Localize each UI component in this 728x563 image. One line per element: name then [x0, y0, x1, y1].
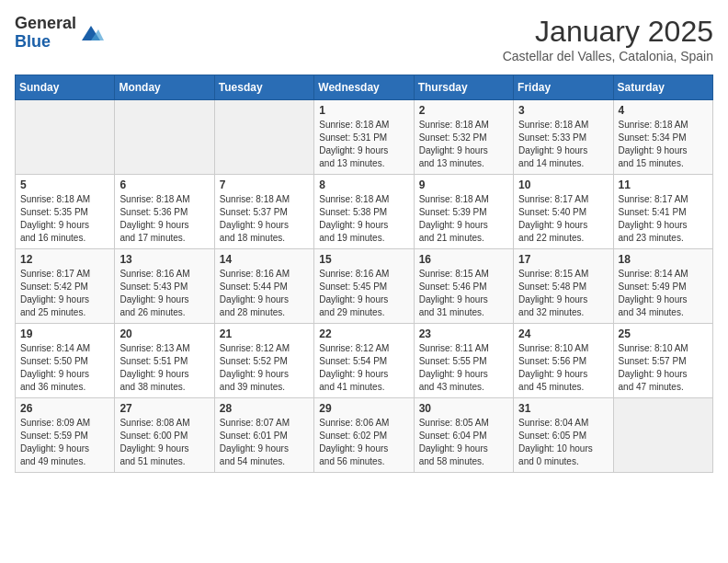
day-number: 24: [518, 327, 608, 340]
day-info: Sunrise: 8:17 AM Sunset: 5:40 PM Dayligh…: [518, 193, 608, 245]
day-info: Sunrise: 8:18 AM Sunset: 5:38 PM Dayligh…: [319, 193, 408, 245]
weekday-header-saturday: Saturday: [613, 75, 712, 100]
day-number: 18: [619, 253, 708, 266]
day-info: Sunrise: 8:12 AM Sunset: 5:54 PM Dayligh…: [319, 342, 408, 394]
calendar-cell: 28Sunrise: 8:07 AM Sunset: 6:01 PM Dayli…: [214, 398, 313, 473]
calendar-table: SundayMondayTuesdayWednesdayThursdayFrid…: [15, 75, 713, 473]
day-info: Sunrise: 8:18 AM Sunset: 5:37 PM Dayligh…: [220, 193, 309, 245]
week-row-5: 26Sunrise: 8:09 AM Sunset: 5:59 PM Dayli…: [16, 398, 713, 473]
day-info: Sunrise: 8:17 AM Sunset: 5:41 PM Dayligh…: [619, 193, 708, 245]
location-title: Castellar del Valles, Catalonia, Spain: [503, 49, 713, 63]
calendar-cell: 3Sunrise: 8:18 AM Sunset: 5:33 PM Daylig…: [514, 100, 613, 175]
day-number: 21: [220, 327, 309, 340]
day-info: Sunrise: 8:17 AM Sunset: 5:42 PM Dayligh…: [20, 268, 109, 319]
day-number: 11: [619, 178, 708, 191]
day-number: 10: [518, 178, 608, 191]
calendar-cell: 24Sunrise: 8:10 AM Sunset: 5:56 PM Dayli…: [514, 324, 613, 398]
calendar-cell: 10Sunrise: 8:17 AM Sunset: 5:40 PM Dayli…: [514, 175, 613, 249]
day-info: Sunrise: 8:15 AM Sunset: 5:46 PM Dayligh…: [419, 268, 508, 319]
day-info: Sunrise: 8:18 AM Sunset: 5:39 PM Dayligh…: [419, 193, 508, 245]
calendar-cell: 17Sunrise: 8:15 AM Sunset: 5:48 PM Dayli…: [514, 249, 613, 324]
day-info: Sunrise: 8:07 AM Sunset: 6:01 PM Dayligh…: [220, 417, 309, 468]
day-number: 8: [319, 178, 408, 191]
weekday-header-sunday: Sunday: [16, 75, 115, 100]
day-number: 5: [20, 178, 109, 191]
day-number: 7: [220, 178, 309, 191]
calendar-cell: [115, 100, 214, 175]
calendar-cell: [16, 100, 115, 175]
day-number: 13: [119, 253, 209, 266]
day-info: Sunrise: 8:16 AM Sunset: 5:43 PM Dayligh…: [119, 268, 209, 319]
calendar-cell: 19Sunrise: 8:14 AM Sunset: 5:50 PM Dayli…: [16, 324, 115, 398]
day-info: Sunrise: 8:12 AM Sunset: 5:52 PM Dayligh…: [220, 342, 309, 394]
day-info: Sunrise: 8:18 AM Sunset: 5:33 PM Dayligh…: [518, 119, 608, 170]
day-number: 26: [20, 402, 109, 415]
day-number: 16: [419, 253, 508, 266]
day-number: 29: [319, 402, 408, 415]
logo: General Blue: [15, 15, 104, 52]
day-info: Sunrise: 8:18 AM Sunset: 5:31 PM Dayligh…: [319, 119, 408, 170]
weekday-header-monday: Monday: [115, 75, 214, 100]
day-info: Sunrise: 8:18 AM Sunset: 5:34 PM Dayligh…: [619, 119, 708, 170]
weekday-header-tuesday: Tuesday: [214, 75, 313, 100]
calendar-cell: 14Sunrise: 8:16 AM Sunset: 5:44 PM Dayli…: [214, 249, 313, 324]
week-row-1: 1Sunrise: 8:18 AM Sunset: 5:31 PM Daylig…: [16, 100, 713, 175]
day-info: Sunrise: 8:16 AM Sunset: 5:45 PM Dayligh…: [319, 268, 408, 319]
calendar-cell: 1Sunrise: 8:18 AM Sunset: 5:31 PM Daylig…: [314, 100, 414, 175]
day-number: 23: [419, 327, 508, 340]
calendar-cell: 7Sunrise: 8:18 AM Sunset: 5:37 PM Daylig…: [214, 175, 313, 249]
day-info: Sunrise: 8:14 AM Sunset: 5:50 PM Dayligh…: [20, 342, 109, 394]
weekday-header-row: SundayMondayTuesdayWednesdayThursdayFrid…: [16, 75, 713, 100]
calendar-cell: 4Sunrise: 8:18 AM Sunset: 5:34 PM Daylig…: [613, 100, 712, 175]
calendar-cell: 2Sunrise: 8:18 AM Sunset: 5:32 PM Daylig…: [414, 100, 513, 175]
day-info: Sunrise: 8:06 AM Sunset: 6:02 PM Dayligh…: [319, 417, 408, 468]
logo-blue: Blue: [15, 33, 76, 52]
calendar-cell: 22Sunrise: 8:12 AM Sunset: 5:54 PM Dayli…: [314, 324, 414, 398]
calendar-cell: 12Sunrise: 8:17 AM Sunset: 5:42 PM Dayli…: [16, 249, 115, 324]
day-info: Sunrise: 8:11 AM Sunset: 5:55 PM Dayligh…: [419, 342, 508, 394]
day-number: 15: [319, 253, 408, 266]
day-info: Sunrise: 8:13 AM Sunset: 5:51 PM Dayligh…: [119, 342, 209, 394]
day-number: 6: [119, 178, 209, 191]
day-info: Sunrise: 8:18 AM Sunset: 5:32 PM Dayligh…: [419, 119, 508, 170]
calendar-cell: 30Sunrise: 8:05 AM Sunset: 6:04 PM Dayli…: [414, 398, 513, 473]
day-number: 4: [619, 104, 708, 117]
logo-icon: [78, 20, 104, 46]
calendar-cell: 20Sunrise: 8:13 AM Sunset: 5:51 PM Dayli…: [115, 324, 214, 398]
calendar-cell: 27Sunrise: 8:08 AM Sunset: 6:00 PM Dayli…: [115, 398, 214, 473]
week-row-2: 5Sunrise: 8:18 AM Sunset: 5:35 PM Daylig…: [16, 175, 713, 249]
day-info: Sunrise: 8:10 AM Sunset: 5:57 PM Dayligh…: [619, 342, 708, 394]
week-row-4: 19Sunrise: 8:14 AM Sunset: 5:50 PM Dayli…: [16, 324, 713, 398]
calendar-cell: 16Sunrise: 8:15 AM Sunset: 5:46 PM Dayli…: [414, 249, 513, 324]
day-info: Sunrise: 8:08 AM Sunset: 6:00 PM Dayligh…: [119, 417, 209, 468]
day-number: 20: [119, 327, 209, 340]
day-number: 30: [419, 402, 508, 415]
day-number: 22: [319, 327, 408, 340]
calendar-cell: 11Sunrise: 8:17 AM Sunset: 5:41 PM Dayli…: [613, 175, 712, 249]
calendar-cell: 6Sunrise: 8:18 AM Sunset: 5:36 PM Daylig…: [115, 175, 214, 249]
day-number: 2: [419, 104, 508, 117]
week-row-3: 12Sunrise: 8:17 AM Sunset: 5:42 PM Dayli…: [16, 249, 713, 324]
weekday-header-wednesday: Wednesday: [314, 75, 414, 100]
day-number: 9: [419, 178, 508, 191]
calendar-cell: [214, 100, 313, 175]
day-info: Sunrise: 8:18 AM Sunset: 5:35 PM Dayligh…: [20, 193, 109, 245]
calendar-cell: 13Sunrise: 8:16 AM Sunset: 5:43 PM Dayli…: [115, 249, 214, 324]
day-info: Sunrise: 8:09 AM Sunset: 5:59 PM Dayligh…: [20, 417, 109, 468]
calendar-cell: 25Sunrise: 8:10 AM Sunset: 5:57 PM Dayli…: [613, 324, 712, 398]
title-block: January 2025 Castellar del Valles, Catal…: [503, 15, 713, 63]
day-number: 3: [518, 104, 608, 117]
page-header: General Blue January 2025 Castellar del …: [15, 15, 713, 63]
calendar-cell: 23Sunrise: 8:11 AM Sunset: 5:55 PM Dayli…: [414, 324, 513, 398]
day-info: Sunrise: 8:05 AM Sunset: 6:04 PM Dayligh…: [419, 417, 508, 468]
weekday-header-thursday: Thursday: [414, 75, 513, 100]
calendar-cell: 31Sunrise: 8:04 AM Sunset: 6:05 PM Dayli…: [514, 398, 613, 473]
weekday-header-friday: Friday: [514, 75, 613, 100]
logo-text: General Blue: [15, 15, 76, 52]
month-title: January 2025: [503, 15, 713, 49]
calendar-cell: 29Sunrise: 8:06 AM Sunset: 6:02 PM Dayli…: [314, 398, 414, 473]
day-info: Sunrise: 8:18 AM Sunset: 5:36 PM Dayligh…: [119, 193, 209, 245]
calendar-cell: 26Sunrise: 8:09 AM Sunset: 5:59 PM Dayli…: [16, 398, 115, 473]
day-info: Sunrise: 8:14 AM Sunset: 5:49 PM Dayligh…: [619, 268, 708, 319]
calendar-cell: 15Sunrise: 8:16 AM Sunset: 5:45 PM Dayli…: [314, 249, 414, 324]
